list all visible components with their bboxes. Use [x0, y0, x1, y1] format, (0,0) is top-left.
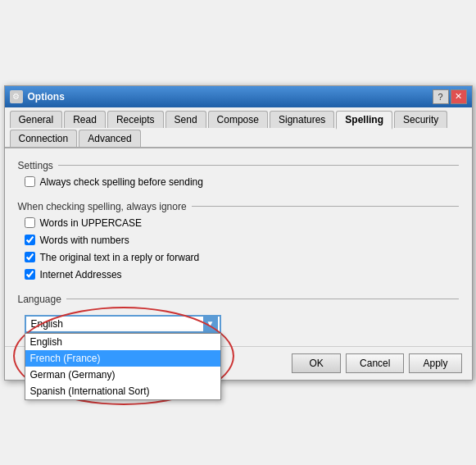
- settings-section-label: Settings: [18, 160, 459, 171]
- ignore-original-checkbox[interactable]: [25, 252, 35, 262]
- title-buttons: ? ✕: [433, 89, 467, 104]
- ignore-internet-checkbox[interactable]: [25, 269, 35, 280]
- language-section-label: Language: [18, 294, 459, 305]
- ignore-uppercase-checkbox[interactable]: [25, 217, 35, 228]
- options-dialog: ⚙ Options ? ✕ General Read Receipts Send…: [4, 85, 473, 381]
- settings-block: Always check spelling before sending: [18, 176, 459, 188]
- tab-spelling[interactable]: Spelling: [336, 111, 392, 130]
- tab-read[interactable]: Read: [64, 111, 106, 128]
- tab-general[interactable]: General: [10, 111, 63, 128]
- title-bar: ⚙ Options ? ✕: [5, 86, 472, 107]
- apply-button[interactable]: Apply: [409, 353, 461, 373]
- ignore-uppercase-row: Words in UPPERCASE: [25, 217, 459, 229]
- ignore-uppercase-label: Words in UPPERCASE: [40, 217, 142, 229]
- close-button[interactable]: ✕: [451, 89, 467, 104]
- language-selected-text: English: [31, 318, 63, 330]
- dropdown-arrow-icon: ▼: [203, 317, 218, 331]
- tab-receipts[interactable]: Receipts: [107, 111, 164, 128]
- language-option-english[interactable]: English: [25, 334, 220, 350]
- cancel-button[interactable]: Cancel: [346, 353, 404, 373]
- tab-advanced[interactable]: Advanced: [79, 130, 140, 147]
- ignore-numbers-label: Words with numbers: [40, 235, 129, 246]
- tab-connection[interactable]: Connection: [10, 130, 78, 147]
- language-section: Language English ▼ English French (Franc…: [18, 294, 459, 333]
- ignore-numbers-row: Words with numbers: [25, 235, 459, 246]
- language-dropdown-list: English French (France) German (Germany)…: [25, 333, 221, 400]
- ignore-original-label: The original text in a reply or forward: [40, 252, 200, 263]
- language-option-german[interactable]: German (Germany): [25, 367, 220, 383]
- title-bar-left: ⚙ Options: [10, 90, 65, 103]
- tab-send[interactable]: Send: [165, 111, 206, 128]
- language-option-french[interactable]: French (France): [25, 350, 220, 367]
- help-button[interactable]: ?: [433, 89, 449, 104]
- tab-content: Settings Always check spelling before se…: [5, 148, 472, 341]
- tab-compose[interactable]: Compose: [208, 111, 268, 128]
- tab-signatures[interactable]: Signatures: [270, 111, 334, 128]
- ok-button[interactable]: OK: [292, 353, 341, 373]
- always-check-label: Always check spelling before sending: [40, 176, 203, 188]
- language-dropdown[interactable]: English ▼ English French (France) German…: [25, 315, 221, 333]
- tab-bar: General Read Receipts Send Compose Signa…: [5, 107, 472, 148]
- window-title: Options: [28, 91, 65, 103]
- ignore-internet-label: Internet Addresses: [40, 269, 122, 280]
- always-check-row: Always check spelling before sending: [25, 176, 459, 188]
- ignore-original-row: The original text in a reply or forward: [25, 252, 459, 263]
- always-check-checkbox[interactable]: [25, 176, 35, 187]
- ignore-section-label: When checking spelling, always ignore: [18, 201, 459, 212]
- language-selected[interactable]: English ▼: [25, 315, 221, 333]
- window-icon: ⚙: [10, 90, 23, 103]
- language-option-spanish[interactable]: Spanish (International Sort): [25, 383, 220, 399]
- ignore-block: Words in UPPERCASE Words with numbers Th…: [18, 217, 459, 280]
- ignore-internet-row: Internet Addresses: [25, 269, 459, 280]
- ignore-numbers-checkbox[interactable]: [25, 235, 35, 245]
- tab-security[interactable]: Security: [394, 111, 447, 128]
